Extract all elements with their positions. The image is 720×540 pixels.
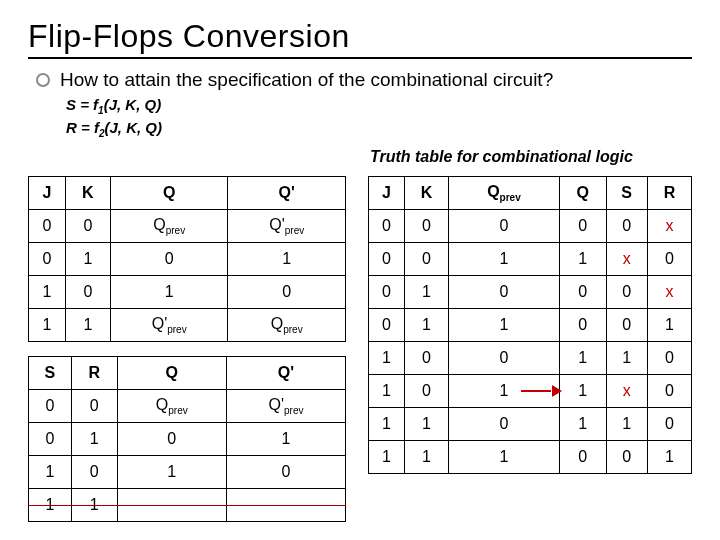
table-cell: 0	[369, 309, 405, 342]
table-cell: 1	[369, 441, 405, 474]
table-cell: x	[647, 210, 691, 243]
table-cell: 1	[71, 423, 117, 456]
table-cell: 0	[405, 243, 449, 276]
main-question-line: How to attain the specification of the c…	[36, 69, 692, 91]
table-cell: 0	[29, 210, 66, 243]
arrow-icon	[521, 385, 561, 397]
table-cell: 0	[228, 276, 346, 309]
jk-table: JKQQ'00QprevQ'prev0101101011Q'prevQprev	[28, 176, 346, 342]
column-header: Qprev	[449, 177, 560, 210]
column-header: K	[405, 177, 449, 210]
table-row: 100110	[369, 342, 692, 375]
table-cell: 0	[71, 456, 117, 489]
table-row: 00000x	[369, 210, 692, 243]
table-cell: 1	[228, 243, 346, 276]
table-cell: 0	[117, 423, 226, 456]
table-cell: Qprev	[228, 309, 346, 342]
equation-1: S = f1(J, K, Q)	[66, 95, 692, 118]
table-cell: 0	[71, 390, 117, 423]
table-cell: 1	[606, 342, 647, 375]
column-header: Q'	[228, 177, 346, 210]
column-header: Q	[110, 177, 228, 210]
equations: S = f1(J, K, Q) R = f2(J, K, Q)	[66, 95, 692, 140]
table-cell: 1	[65, 243, 110, 276]
table-cell: 0	[647, 375, 691, 408]
table-row: 111001	[369, 441, 692, 474]
table-cell: 1	[559, 375, 606, 408]
column-header: Q'	[226, 357, 345, 390]
table-cell: 0	[29, 390, 72, 423]
table-cell: 0	[449, 342, 560, 375]
table-cell: x	[606, 375, 647, 408]
table-cell: 0	[369, 210, 405, 243]
table-cell: 0	[449, 210, 560, 243]
table-cell: 0	[449, 276, 560, 309]
column-header: Q	[559, 177, 606, 210]
table-row: 00QprevQ'prev	[29, 390, 346, 423]
table-cell: 0	[369, 243, 405, 276]
table-cell: 0	[606, 210, 647, 243]
table-row: 0011x0	[369, 243, 692, 276]
table-cell: 1	[405, 309, 449, 342]
column-header: R	[647, 177, 691, 210]
column-header: J	[369, 177, 405, 210]
table-cell: 1	[559, 408, 606, 441]
table-cell: 1	[405, 408, 449, 441]
table-cell: 0	[65, 210, 110, 243]
table-cell: 1	[71, 489, 117, 522]
column-header: K	[65, 177, 110, 210]
table-cell: 1	[559, 243, 606, 276]
table-cell: 1	[65, 309, 110, 342]
table-cell: 0	[369, 276, 405, 309]
table-cell: 1	[405, 276, 449, 309]
table-cell: 1	[449, 441, 560, 474]
table-cell: 0	[449, 408, 560, 441]
column-header: Q	[117, 357, 226, 390]
equation-2: R = f2(J, K, Q)	[66, 118, 692, 141]
table-cell: 0	[647, 243, 691, 276]
page-title: Flip-Flops Conversion	[28, 18, 692, 59]
table-cell: 1	[110, 276, 228, 309]
table-cell: 1	[647, 441, 691, 474]
table-cell: 0	[559, 441, 606, 474]
table-cell: 1	[449, 375, 560, 408]
table-cell: Q'prev	[110, 309, 228, 342]
table-cell: 0	[110, 243, 228, 276]
main-question-text: How to attain the specification of the c…	[60, 69, 553, 91]
table-row: 01000x	[369, 276, 692, 309]
table-cell: 1	[29, 489, 72, 522]
table-row: 1011x0	[369, 375, 692, 408]
table-row: 11Q'prevQprev	[29, 309, 346, 342]
column-header: R	[71, 357, 117, 390]
table-cell: 0	[405, 375, 449, 408]
table-cell: 0	[606, 309, 647, 342]
column-header: S	[29, 357, 72, 390]
table-cell: 0	[405, 342, 449, 375]
table-cell: Qprev	[110, 210, 228, 243]
table-cell: 1	[405, 441, 449, 474]
table-cell: 0	[606, 276, 647, 309]
table-cell: 0	[647, 408, 691, 441]
table-cell: 0	[559, 309, 606, 342]
table-cell: 1	[369, 342, 405, 375]
table-cell: Q'prev	[226, 390, 345, 423]
table-row: 0101	[29, 423, 346, 456]
table-cell: 1	[29, 456, 72, 489]
table-cell: 1	[117, 456, 226, 489]
table-cell: 1	[449, 243, 560, 276]
table-cell: 1	[226, 423, 345, 456]
table-row: 00QprevQ'prev	[29, 210, 346, 243]
table-cell	[117, 489, 226, 522]
table-row: 110110	[369, 408, 692, 441]
table-cell: 0	[29, 423, 72, 456]
table-row: 1010	[29, 276, 346, 309]
table-cell: 1	[606, 408, 647, 441]
table-row: 0101	[29, 243, 346, 276]
table-cell: 1	[369, 375, 405, 408]
table-cell: x	[647, 276, 691, 309]
truth-table-caption: Truth table for combinational logic	[370, 148, 633, 166]
table-row: 11	[29, 489, 346, 522]
table-cell: 1	[647, 309, 691, 342]
table-cell: Q'prev	[228, 210, 346, 243]
table-cell: 0	[559, 276, 606, 309]
